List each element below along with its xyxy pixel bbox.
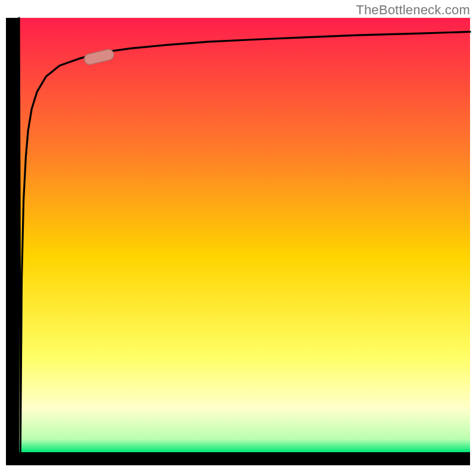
y-axis bbox=[6, 18, 19, 465]
chart-svg bbox=[0, 0, 476, 476]
x-axis bbox=[6, 452, 470, 465]
plot-background bbox=[19, 18, 470, 452]
chart-stage: TheBottleneck.com bbox=[0, 0, 476, 476]
